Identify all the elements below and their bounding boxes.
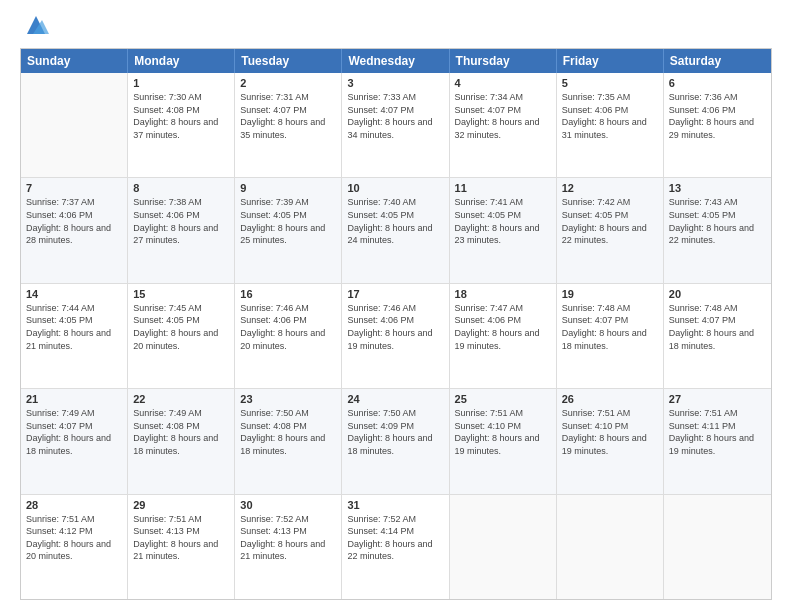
day-info: Sunrise: 7:52 AM Sunset: 4:14 PM Dayligh… <box>347 513 443 563</box>
logo-icon <box>23 12 49 38</box>
day-info: Sunrise: 7:38 AM Sunset: 4:06 PM Dayligh… <box>133 196 229 246</box>
day-number: 15 <box>133 288 229 300</box>
empty-cell <box>450 495 557 599</box>
day-number: 7 <box>26 182 122 194</box>
calendar-day-cell: 1Sunrise: 7:30 AM Sunset: 4:08 PM Daylig… <box>128 73 235 177</box>
calendar-day-cell: 21Sunrise: 7:49 AM Sunset: 4:07 PM Dayli… <box>21 389 128 493</box>
calendar-day-cell: 5Sunrise: 7:35 AM Sunset: 4:06 PM Daylig… <box>557 73 664 177</box>
day-number: 19 <box>562 288 658 300</box>
weekday-header: Thursday <box>450 49 557 73</box>
day-info: Sunrise: 7:51 AM Sunset: 4:10 PM Dayligh… <box>455 407 551 457</box>
calendar-day-cell: 25Sunrise: 7:51 AM Sunset: 4:10 PM Dayli… <box>450 389 557 493</box>
day-info: Sunrise: 7:51 AM Sunset: 4:11 PM Dayligh… <box>669 407 766 457</box>
calendar-day-cell: 24Sunrise: 7:50 AM Sunset: 4:09 PM Dayli… <box>342 389 449 493</box>
calendar-day-cell: 19Sunrise: 7:48 AM Sunset: 4:07 PM Dayli… <box>557 284 664 388</box>
day-number: 16 <box>240 288 336 300</box>
day-number: 6 <box>669 77 766 89</box>
header <box>20 16 772 38</box>
logo <box>20 16 49 38</box>
day-info: Sunrise: 7:44 AM Sunset: 4:05 PM Dayligh… <box>26 302 122 352</box>
day-info: Sunrise: 7:46 AM Sunset: 4:06 PM Dayligh… <box>240 302 336 352</box>
calendar-day-cell: 26Sunrise: 7:51 AM Sunset: 4:10 PM Dayli… <box>557 389 664 493</box>
calendar-day-cell: 4Sunrise: 7:34 AM Sunset: 4:07 PM Daylig… <box>450 73 557 177</box>
day-number: 24 <box>347 393 443 405</box>
day-number: 11 <box>455 182 551 194</box>
calendar-week-row: 21Sunrise: 7:49 AM Sunset: 4:07 PM Dayli… <box>21 388 771 493</box>
day-number: 29 <box>133 499 229 511</box>
day-number: 8 <box>133 182 229 194</box>
calendar-week-row: 28Sunrise: 7:51 AM Sunset: 4:12 PM Dayli… <box>21 494 771 599</box>
day-info: Sunrise: 7:43 AM Sunset: 4:05 PM Dayligh… <box>669 196 766 246</box>
day-info: Sunrise: 7:49 AM Sunset: 4:08 PM Dayligh… <box>133 407 229 457</box>
day-info: Sunrise: 7:39 AM Sunset: 4:05 PM Dayligh… <box>240 196 336 246</box>
day-info: Sunrise: 7:40 AM Sunset: 4:05 PM Dayligh… <box>347 196 443 246</box>
day-number: 5 <box>562 77 658 89</box>
calendar-day-cell: 6Sunrise: 7:36 AM Sunset: 4:06 PM Daylig… <box>664 73 771 177</box>
calendar-header: SundayMondayTuesdayWednesdayThursdayFrid… <box>21 49 771 73</box>
weekday-header: Saturday <box>664 49 771 73</box>
day-number: 26 <box>562 393 658 405</box>
calendar-week-row: 1Sunrise: 7:30 AM Sunset: 4:08 PM Daylig… <box>21 73 771 177</box>
calendar-day-cell: 30Sunrise: 7:52 AM Sunset: 4:13 PM Dayli… <box>235 495 342 599</box>
day-info: Sunrise: 7:51 AM Sunset: 4:13 PM Dayligh… <box>133 513 229 563</box>
day-number: 27 <box>669 393 766 405</box>
day-info: Sunrise: 7:47 AM Sunset: 4:06 PM Dayligh… <box>455 302 551 352</box>
day-info: Sunrise: 7:52 AM Sunset: 4:13 PM Dayligh… <box>240 513 336 563</box>
calendar-page: SundayMondayTuesdayWednesdayThursdayFrid… <box>0 0 792 612</box>
empty-cell <box>21 73 128 177</box>
weekday-header: Wednesday <box>342 49 449 73</box>
day-number: 28 <box>26 499 122 511</box>
weekday-header: Tuesday <box>235 49 342 73</box>
day-info: Sunrise: 7:45 AM Sunset: 4:05 PM Dayligh… <box>133 302 229 352</box>
empty-cell <box>557 495 664 599</box>
calendar-day-cell: 23Sunrise: 7:50 AM Sunset: 4:08 PM Dayli… <box>235 389 342 493</box>
day-info: Sunrise: 7:31 AM Sunset: 4:07 PM Dayligh… <box>240 91 336 141</box>
calendar-week-row: 14Sunrise: 7:44 AM Sunset: 4:05 PM Dayli… <box>21 283 771 388</box>
day-number: 31 <box>347 499 443 511</box>
day-number: 30 <box>240 499 336 511</box>
calendar-day-cell: 3Sunrise: 7:33 AM Sunset: 4:07 PM Daylig… <box>342 73 449 177</box>
calendar-day-cell: 11Sunrise: 7:41 AM Sunset: 4:05 PM Dayli… <box>450 178 557 282</box>
day-number: 17 <box>347 288 443 300</box>
calendar-week-row: 7Sunrise: 7:37 AM Sunset: 4:06 PM Daylig… <box>21 177 771 282</box>
calendar-day-cell: 2Sunrise: 7:31 AM Sunset: 4:07 PM Daylig… <box>235 73 342 177</box>
day-info: Sunrise: 7:50 AM Sunset: 4:08 PM Dayligh… <box>240 407 336 457</box>
day-info: Sunrise: 7:41 AM Sunset: 4:05 PM Dayligh… <box>455 196 551 246</box>
calendar-day-cell: 14Sunrise: 7:44 AM Sunset: 4:05 PM Dayli… <box>21 284 128 388</box>
calendar-day-cell: 31Sunrise: 7:52 AM Sunset: 4:14 PM Dayli… <box>342 495 449 599</box>
day-info: Sunrise: 7:51 AM Sunset: 4:12 PM Dayligh… <box>26 513 122 563</box>
day-number: 22 <box>133 393 229 405</box>
day-info: Sunrise: 7:35 AM Sunset: 4:06 PM Dayligh… <box>562 91 658 141</box>
day-number: 3 <box>347 77 443 89</box>
calendar-day-cell: 12Sunrise: 7:42 AM Sunset: 4:05 PM Dayli… <box>557 178 664 282</box>
calendar-day-cell: 28Sunrise: 7:51 AM Sunset: 4:12 PM Dayli… <box>21 495 128 599</box>
day-info: Sunrise: 7:33 AM Sunset: 4:07 PM Dayligh… <box>347 91 443 141</box>
weekday-header: Friday <box>557 49 664 73</box>
day-info: Sunrise: 7:49 AM Sunset: 4:07 PM Dayligh… <box>26 407 122 457</box>
calendar-day-cell: 9Sunrise: 7:39 AM Sunset: 4:05 PM Daylig… <box>235 178 342 282</box>
weekday-header: Sunday <box>21 49 128 73</box>
day-info: Sunrise: 7:48 AM Sunset: 4:07 PM Dayligh… <box>562 302 658 352</box>
calendar-day-cell: 7Sunrise: 7:37 AM Sunset: 4:06 PM Daylig… <box>21 178 128 282</box>
calendar-day-cell: 20Sunrise: 7:48 AM Sunset: 4:07 PM Dayli… <box>664 284 771 388</box>
calendar-day-cell: 10Sunrise: 7:40 AM Sunset: 4:05 PM Dayli… <box>342 178 449 282</box>
day-number: 20 <box>669 288 766 300</box>
day-number: 25 <box>455 393 551 405</box>
day-info: Sunrise: 7:42 AM Sunset: 4:05 PM Dayligh… <box>562 196 658 246</box>
day-info: Sunrise: 7:36 AM Sunset: 4:06 PM Dayligh… <box>669 91 766 141</box>
weekday-header: Monday <box>128 49 235 73</box>
calendar-body: 1Sunrise: 7:30 AM Sunset: 4:08 PM Daylig… <box>21 73 771 599</box>
calendar-day-cell: 8Sunrise: 7:38 AM Sunset: 4:06 PM Daylig… <box>128 178 235 282</box>
calendar-day-cell: 16Sunrise: 7:46 AM Sunset: 4:06 PM Dayli… <box>235 284 342 388</box>
day-number: 4 <box>455 77 551 89</box>
day-number: 1 <box>133 77 229 89</box>
day-info: Sunrise: 7:50 AM Sunset: 4:09 PM Dayligh… <box>347 407 443 457</box>
calendar-day-cell: 27Sunrise: 7:51 AM Sunset: 4:11 PM Dayli… <box>664 389 771 493</box>
day-info: Sunrise: 7:51 AM Sunset: 4:10 PM Dayligh… <box>562 407 658 457</box>
calendar-day-cell: 15Sunrise: 7:45 AM Sunset: 4:05 PM Dayli… <box>128 284 235 388</box>
calendar-day-cell: 13Sunrise: 7:43 AM Sunset: 4:05 PM Dayli… <box>664 178 771 282</box>
day-number: 14 <box>26 288 122 300</box>
day-number: 18 <box>455 288 551 300</box>
day-number: 13 <box>669 182 766 194</box>
day-number: 12 <box>562 182 658 194</box>
